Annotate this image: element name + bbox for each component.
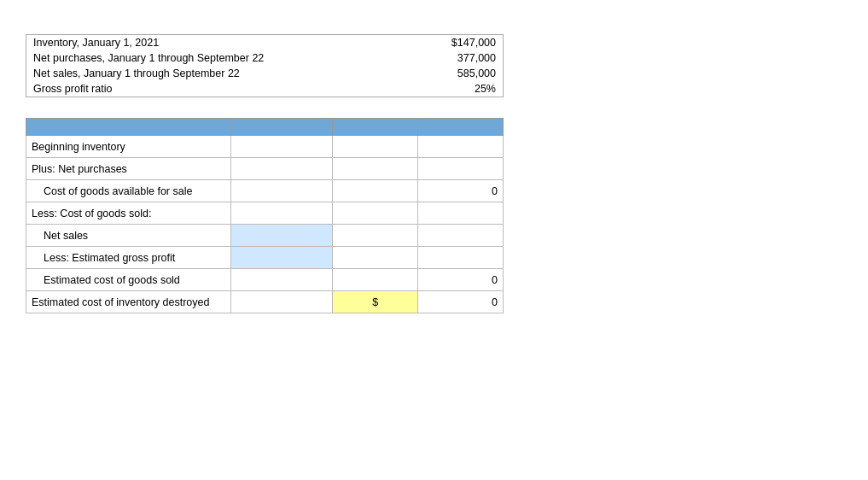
col3-cell[interactable] [418,158,504,180]
col2-input[interactable] [338,230,412,242]
col3-cell[interactable] [418,247,504,269]
col1-cell[interactable] [230,202,333,225]
col2-cell[interactable] [333,158,418,180]
gross-profit-table: Beginning inventory Plus: Net purchases … [26,118,504,313]
col2-input[interactable] [338,141,412,153]
row-label: Less: Cost of goods sold: [26,202,231,225]
col1-input[interactable] [236,208,328,220]
header-col3 [418,119,504,136]
col3-cell: 0 [418,180,504,202]
row-label: Beginning inventory [26,136,231,158]
col2-input[interactable] [338,252,412,264]
info-label: Net sales, January 1 through September 2… [26,66,300,81]
table-row: Estimated cost of inventory destroyed $ … [26,291,504,313]
col1-cell[interactable] [230,180,333,202]
info-label: Net purchases, January 1 through Septemb… [26,50,300,66]
col1-cell[interactable] [230,158,333,180]
col1-cell[interactable] [230,247,333,269]
row-label: Estimated cost of goods sold [26,269,231,291]
info-label: Gross profit ratio [26,81,300,97]
info-table-row: Net sales, January 1 through September 2… [26,66,503,81]
col1-input[interactable] [236,230,328,242]
col3-input[interactable] [423,252,498,264]
table-row: Cost of goods available for sale 0 [26,180,504,202]
col1-cell[interactable] [230,269,333,291]
header-col2 [333,119,418,136]
row-label: Plus: Net purchases [26,158,231,180]
col1-cell[interactable] [230,291,333,313]
col3-cell[interactable] [418,225,504,247]
col3-cell: 0 [418,291,504,313]
table-header-row [26,119,504,136]
col2-input[interactable] [338,208,412,220]
header-col1 [230,119,333,136]
table-row: Beginning inventory [26,136,504,158]
col3-input[interactable] [423,208,498,220]
col2-input[interactable] [338,185,412,197]
header-col-label [26,119,231,136]
col3-cell[interactable] [418,202,504,225]
col2-cell[interactable] [333,180,418,202]
col1-input[interactable] [236,296,328,308]
col1-cell[interactable] [230,225,333,247]
info-value: 25% [300,81,503,97]
col1-input[interactable] [236,274,328,286]
col1-input[interactable] [236,252,328,264]
main-table-wrapper: Beginning inventory Plus: Net purchases … [26,118,504,313]
row-label: Less: Estimated gross profit [26,247,231,269]
col1-input[interactable] [236,141,328,153]
row-label: Cost of goods available for sale [26,180,231,202]
row-label: Net sales [26,225,231,247]
col3-input[interactable] [423,141,498,153]
col2-cell[interactable] [333,225,418,247]
col3-cell: 0 [418,269,504,291]
info-value: 377,000 [300,50,503,66]
col2-cell[interactable] [333,247,418,269]
table-row: Less: Cost of goods sold: [26,202,504,225]
col1-input[interactable] [236,163,328,175]
table-row: Plus: Net purchases [26,158,504,180]
col2-input[interactable] [338,163,412,175]
col3-input[interactable] [423,230,498,242]
col2-cell[interactable] [333,202,418,225]
info-value: $147,000 [300,35,503,50]
table-row: Estimated cost of goods sold 0 [26,269,504,291]
col3-cell[interactable] [418,136,504,158]
info-table-row: Net purchases, January 1 through Septemb… [26,50,503,66]
table-row: Net sales [26,225,504,247]
info-label: Inventory, January 1, 2021 [26,35,300,50]
col2-input[interactable] [338,274,412,286]
info-value: 585,000 [300,66,503,81]
col3-input[interactable] [423,163,498,175]
col1-cell[interactable] [230,136,333,158]
col1-input[interactable] [236,185,328,197]
col2-cell[interactable] [333,136,418,158]
info-table-row: Inventory, January 1, 2021 $147,000 [26,35,503,50]
info-table-row: Gross profit ratio 25% [26,81,503,97]
row-label: Estimated cost of inventory destroyed [26,291,231,313]
table-row: Less: Estimated gross profit [26,247,504,269]
info-table: Inventory, January 1, 2021 $147,000 Net … [26,34,504,97]
col2-cell[interactable] [333,269,418,291]
dollar-sign-cell: $ [333,291,418,313]
